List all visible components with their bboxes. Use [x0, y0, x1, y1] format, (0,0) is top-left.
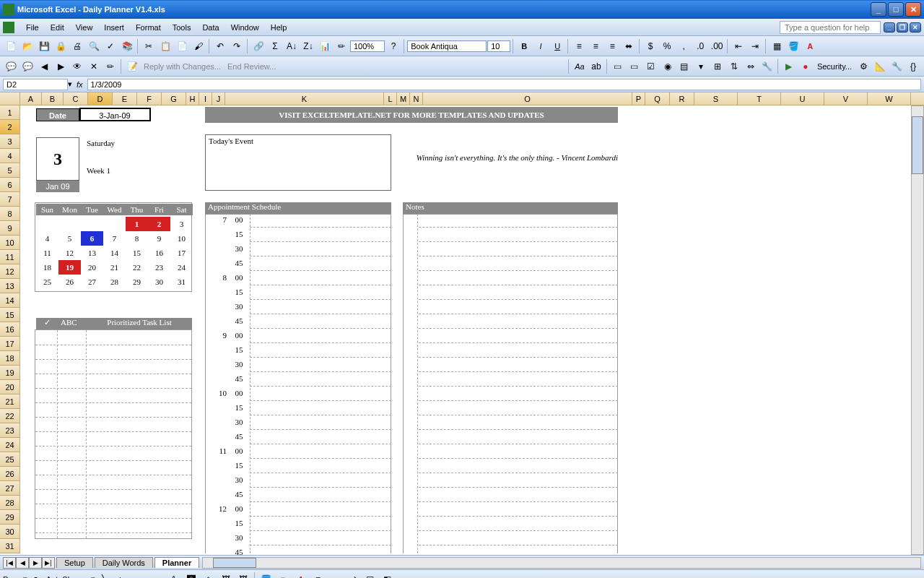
doc-restore-button[interactable]: ❐: [897, 22, 908, 33]
shadow-icon[interactable]: ▣: [362, 571, 378, 579]
cal-cell[interactable]: 19: [58, 260, 81, 275]
align-left-icon[interactable]: ≡: [571, 38, 587, 54]
fill-color-icon[interactable]: 🪣: [785, 38, 801, 54]
dec-indent-icon[interactable]: ⇤: [731, 38, 746, 54]
format-painter-icon[interactable]: 🖌: [191, 38, 206, 54]
bold-icon[interactable]: B: [516, 38, 532, 54]
control-spin-icon[interactable]: ⇅: [726, 59, 742, 74]
cal-cell[interactable]: 10: [170, 231, 193, 246]
borders-icon[interactable]: ▦: [769, 38, 785, 54]
chart-icon[interactable]: 📊: [317, 38, 333, 54]
menu-window[interactable]: Window: [225, 22, 265, 33]
cal-cell[interactable]: 4: [36, 231, 58, 246]
autoshapes-menu[interactable]: AutoShapes: [46, 575, 90, 579]
vertical-scrollbar[interactable]: [911, 105, 924, 555]
fontcolor-draw-icon[interactable]: A: [293, 571, 309, 579]
ink-icon[interactable]: ✏: [103, 59, 118, 74]
column-headers[interactable]: ABCDEFGHIJKLMNOPQRSTUVW: [0, 92, 924, 105]
percent-icon[interactable]: %: [659, 38, 675, 54]
open-icon[interactable]: 📂: [19, 38, 35, 54]
cal-cell[interactable]: 3: [170, 217, 193, 231]
cal-cell[interactable]: 22: [126, 260, 148, 275]
paste-icon[interactable]: 📄: [174, 38, 190, 54]
row-header-14[interactable]: 14: [0, 293, 20, 308]
cal-cell[interactable]: 9: [148, 231, 170, 246]
row-header-26[interactable]: 26: [0, 467, 20, 481]
col-header-C[interactable]: C: [64, 92, 88, 105]
todays-event-box[interactable]: Today's Event: [205, 134, 391, 191]
clipart-icon[interactable]: 🖼: [218, 571, 234, 579]
row-headers[interactable]: 1234567891011121314151617181920212223242…: [0, 105, 20, 553]
diagram-icon[interactable]: ◈: [201, 571, 217, 579]
row-header-12[interactable]: 12: [0, 264, 20, 279]
macro-play-icon[interactable]: ▶: [781, 59, 797, 74]
app-menu-icon[interactable]: [3, 22, 14, 33]
col-header-R[interactable]: R: [670, 92, 694, 105]
cal-cell[interactable]: 1: [126, 217, 148, 231]
prev-comment-icon[interactable]: ◀: [36, 59, 52, 74]
row-header-19[interactable]: 19: [0, 366, 20, 380]
col-header-H[interactable]: H: [186, 92, 199, 105]
track-changes-icon[interactable]: 📝: [124, 59, 140, 74]
sheet-cells[interactable]: Date 3-Jan-09 VISIT EXCELTEMPLATE.NET FO…: [20, 105, 911, 555]
row-header-9[interactable]: 9: [0, 221, 20, 236]
cal-cell[interactable]: 18: [36, 260, 58, 275]
cal-cell[interactable]: 15: [126, 246, 148, 260]
cal-cell[interactable]: 28: [103, 275, 126, 289]
col-header-A[interactable]: A: [20, 92, 42, 105]
col-header-B[interactable]: B: [42, 92, 64, 105]
sheet-tab-dailywords[interactable]: Daily Words: [95, 557, 153, 568]
col-header-O[interactable]: O: [423, 92, 632, 105]
row-header-11[interactable]: 11: [0, 250, 20, 264]
col-header-T[interactable]: T: [738, 92, 781, 105]
comma-icon[interactable]: ,: [676, 38, 692, 54]
maximize-button[interactable]: □: [888, 2, 904, 17]
cal-cell[interactable]: 2: [148, 217, 170, 231]
3d-icon[interactable]: ◧: [380, 571, 396, 579]
col-header-V[interactable]: V: [824, 92, 868, 105]
row-header-13[interactable]: 13: [0, 279, 20, 293]
arrowstyle-icon[interactable]: ⇄: [345, 571, 361, 579]
col-header-G[interactable]: G: [162, 92, 186, 105]
control-toggle-icon[interactable]: ⊞: [710, 59, 725, 74]
control-text-icon[interactable]: ab: [588, 59, 604, 74]
hscroll-thumb[interactable]: [213, 558, 256, 568]
print-icon[interactable]: 🖨: [69, 38, 85, 54]
cal-cell[interactable]: 24: [170, 260, 193, 275]
control-scroll-icon[interactable]: ⇔: [743, 59, 759, 74]
select-all-corner[interactable]: [0, 92, 20, 105]
help-icon[interactable]: ?: [385, 38, 401, 54]
cal-cell[interactable]: 31: [170, 275, 193, 289]
linestyle-icon[interactable]: ≡: [310, 571, 326, 579]
cal-cell[interactable]: 14: [103, 246, 126, 260]
permission-icon[interactable]: 🔒: [53, 38, 69, 54]
task-list-area[interactable]: [35, 329, 192, 539]
row-header-15[interactable]: 15: [0, 308, 20, 322]
select-objects-icon[interactable]: ↖: [29, 571, 45, 579]
design-mode-icon[interactable]: 📐: [872, 59, 888, 74]
control-label-icon[interactable]: Aa: [572, 59, 588, 74]
cal-cell[interactable]: 5: [58, 231, 81, 246]
doc-close-button[interactable]: ✕: [910, 22, 921, 33]
row-header-7[interactable]: 7: [0, 192, 20, 207]
menu-file[interactable]: File: [20, 22, 45, 33]
new-icon[interactable]: 📄: [3, 38, 19, 54]
row-header-16[interactable]: 16: [0, 322, 20, 337]
row-header-30[interactable]: 30: [0, 525, 20, 539]
tab-first-icon[interactable]: |◀: [3, 557, 16, 569]
col-header-Q[interactable]: Q: [645, 92, 670, 105]
cal-cell[interactable]: 20: [81, 260, 103, 275]
row-header-29[interactable]: 29: [0, 510, 20, 525]
col-header-J[interactable]: J: [212, 92, 225, 105]
menu-data[interactable]: Data: [196, 22, 225, 33]
col-header-F[interactable]: F: [137, 92, 162, 105]
rectangle-icon[interactable]: ▭: [131, 571, 147, 579]
macro-record-icon[interactable]: ●: [798, 59, 814, 74]
cal-cell[interactable]: 17: [170, 246, 193, 260]
picture-icon[interactable]: 🖼: [235, 571, 251, 579]
zoom-selector[interactable]: 100%: [350, 40, 385, 52]
delete-comment-icon[interactable]: ✕: [86, 59, 102, 74]
cal-cell[interactable]: 29: [126, 275, 148, 289]
autosum-icon[interactable]: Σ: [267, 38, 283, 54]
row-header-28[interactable]: 28: [0, 496, 20, 510]
